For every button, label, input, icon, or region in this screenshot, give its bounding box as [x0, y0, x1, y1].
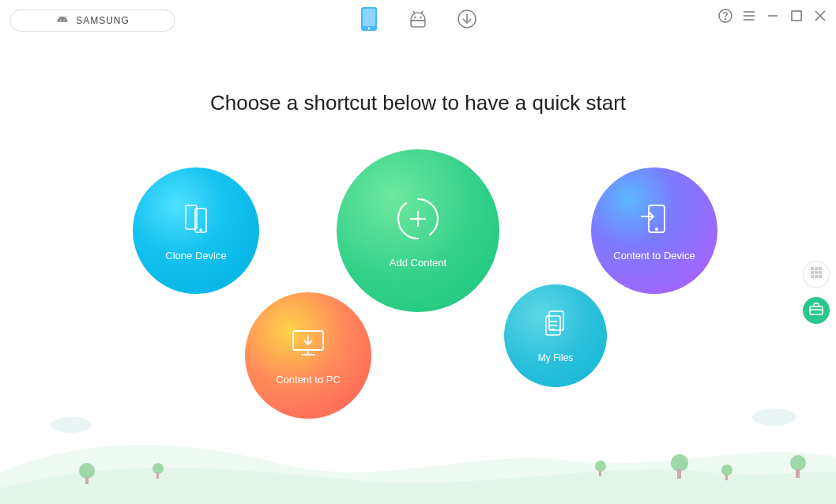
- svg-rect-38: [811, 267, 814, 270]
- svg-rect-33: [549, 311, 563, 330]
- svg-rect-50: [85, 476, 88, 484]
- svg-point-57: [721, 465, 732, 476]
- svg-point-59: [790, 455, 806, 471]
- svg-rect-58: [725, 474, 728, 480]
- svg-point-53: [595, 461, 606, 472]
- help-icon: [718, 9, 732, 26]
- svg-point-49: [79, 463, 95, 479]
- nav-download-button[interactable]: [457, 8, 477, 33]
- content-to-device-icon: [636, 201, 672, 240]
- android-icon: [55, 15, 70, 27]
- maximize-icon: [791, 10, 802, 24]
- close-button[interactable]: [812, 9, 828, 25]
- shortcut-label: Clone Device: [165, 250, 226, 261]
- svg-rect-18: [792, 11, 801, 21]
- svg-point-61: [51, 417, 92, 433]
- svg-rect-9: [411, 21, 425, 27]
- svg-rect-46: [819, 275, 822, 278]
- clone-device-icon: [178, 201, 214, 240]
- maximize-button[interactable]: [789, 9, 804, 25]
- grid-view-icon: [810, 266, 823, 282]
- center-nav: [359, 8, 477, 33]
- shortcut-label: Content to Device: [613, 250, 695, 261]
- svg-point-23: [200, 229, 201, 231]
- close-icon: [815, 10, 826, 24]
- svg-point-7: [415, 17, 416, 18]
- side-tab-grid[interactable]: [803, 261, 830, 288]
- device-label: SAMSUNG: [76, 15, 130, 26]
- shortcut-my-files[interactable]: My Files: [504, 284, 607, 387]
- add-content-icon: [393, 194, 443, 247]
- svg-rect-43: [819, 271, 822, 274]
- content-to-pc-icon: [288, 326, 328, 364]
- svg-rect-45: [815, 275, 818, 278]
- svg-point-4: [368, 28, 371, 30]
- svg-rect-54: [599, 470, 601, 476]
- side-tabs: [803, 261, 830, 324]
- menu-icon: [743, 9, 755, 25]
- download-icon: [457, 9, 477, 32]
- svg-rect-52: [156, 472, 159, 479]
- shortcut-add-content[interactable]: Add Content: [337, 149, 499, 312]
- landscape-decor: [0, 393, 836, 504]
- minimize-button[interactable]: [765, 9, 781, 25]
- svg-point-8: [420, 17, 421, 18]
- side-tab-toolbox[interactable]: [803, 297, 830, 324]
- minimize-icon: [767, 10, 778, 24]
- nav-phone-button[interactable]: [359, 8, 379, 33]
- phone-icon: [360, 6, 378, 35]
- shortcut-content-to-pc[interactable]: Content to PC: [245, 292, 371, 419]
- svg-point-0: [60, 19, 61, 20]
- svg-rect-3: [363, 9, 375, 26]
- shortcut-label: Add Content: [390, 257, 446, 269]
- svg-point-51: [153, 463, 164, 474]
- svg-rect-44: [811, 275, 814, 278]
- svg-point-62: [752, 408, 796, 426]
- toolbox-icon: [809, 303, 823, 318]
- shortcut-label: My Files: [538, 352, 574, 363]
- window-controls: [717, 9, 828, 25]
- svg-rect-42: [815, 271, 818, 274]
- shortcut-clone-device[interactable]: Clone Device: [133, 167, 259, 294]
- svg-rect-56: [677, 469, 681, 479]
- svg-line-6: [421, 11, 423, 13]
- svg-rect-40: [819, 267, 822, 270]
- shortcut-label: Content to PC: [276, 374, 341, 386]
- svg-rect-39: [815, 267, 818, 270]
- nav-android-button[interactable]: [408, 8, 428, 33]
- svg-rect-41: [811, 271, 814, 274]
- device-selector[interactable]: SAMSUNG: [9, 9, 175, 32]
- toolbar: SAMSUNG: [0, 0, 836, 39]
- svg-point-55: [671, 454, 688, 472]
- shortcut-content-to-device[interactable]: Content to Device: [591, 167, 717, 294]
- page-title: Choose a shortcut below to have a quick …: [0, 91, 836, 115]
- menu-button[interactable]: [741, 9, 757, 25]
- svg-point-1: [64, 19, 65, 20]
- svg-point-13: [725, 19, 725, 20]
- my-files-icon: [540, 308, 571, 343]
- svg-line-5: [413, 11, 415, 13]
- svg-rect-60: [796, 469, 800, 478]
- svg-rect-47: [810, 307, 823, 314]
- help-button[interactable]: [717, 9, 733, 25]
- android-outline-icon: [407, 9, 429, 32]
- svg-point-27: [656, 228, 657, 229]
